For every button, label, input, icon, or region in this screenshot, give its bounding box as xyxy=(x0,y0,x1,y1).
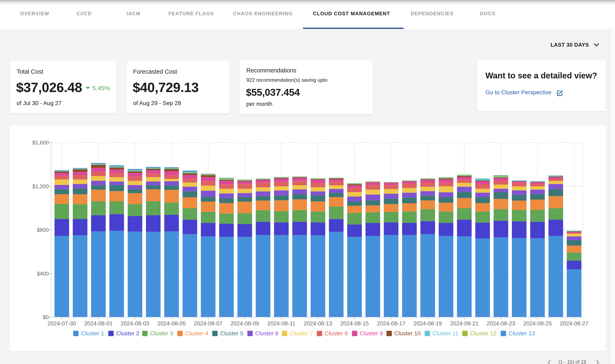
svg-text:Cluster 9: Cluster 9 xyxy=(360,330,383,337)
svg-text:Cluster 8: Cluster 8 xyxy=(325,330,348,337)
svg-text:2024-08-17: 2024-08-17 xyxy=(377,320,405,327)
svg-text:$0: $0 xyxy=(43,314,49,320)
svg-text:Cluster 3: Cluster 3 xyxy=(150,330,173,337)
svg-text:Cluster 2: Cluster 2 xyxy=(116,330,139,337)
svg-text:Cluster 5: Cluster 5 xyxy=(220,330,243,337)
svg-text:2024-07-30: 2024-07-30 xyxy=(48,320,76,327)
svg-text:Cluster 12: Cluster 12 xyxy=(470,330,497,337)
svg-text:2024-08-13: 2024-08-13 xyxy=(304,320,332,327)
svg-text:Cluster 11: Cluster 11 xyxy=(433,330,459,337)
svg-text:2024-08-15: 2024-08-15 xyxy=(340,320,369,327)
svg-text:$800: $800 xyxy=(37,227,49,233)
svg-text:2024-08-05: 2024-08-05 xyxy=(157,320,186,327)
svg-text:2024-08-19: 2024-08-19 xyxy=(414,320,442,327)
svg-text:Cluster 4: Cluster 4 xyxy=(185,330,208,337)
svg-text:Cluster 6: Cluster 6 xyxy=(255,330,278,337)
svg-text:$400: $400 xyxy=(37,271,49,277)
svg-text:2024-08-27: 2024-08-27 xyxy=(560,320,588,327)
svg-text:2024-08-25: 2024-08-25 xyxy=(523,320,552,327)
svg-text:2024-08-23: 2024-08-23 xyxy=(487,320,515,327)
svg-text:Cluster 7: Cluster 7 xyxy=(290,330,313,337)
svg-text:Cluster 1: Cluster 1 xyxy=(81,330,104,337)
svg-text:Cluster 10: Cluster 10 xyxy=(394,330,421,337)
svg-text:$1,200: $1,200 xyxy=(32,183,49,189)
svg-text:$1,600: $1,600 xyxy=(32,140,49,146)
svg-text:2024-08-21: 2024-08-21 xyxy=(450,320,479,327)
svg-text:2024-08-03: 2024-08-03 xyxy=(121,320,149,327)
svg-text:2024-08-11: 2024-08-11 xyxy=(267,320,295,327)
svg-text:2024-08-01: 2024-08-01 xyxy=(84,320,113,327)
svg-text:Cluster 13: Cluster 13 xyxy=(509,330,535,337)
svg-text:2024-08-07: 2024-08-07 xyxy=(194,320,222,327)
svg-text:2024-08-09: 2024-08-09 xyxy=(230,320,259,327)
